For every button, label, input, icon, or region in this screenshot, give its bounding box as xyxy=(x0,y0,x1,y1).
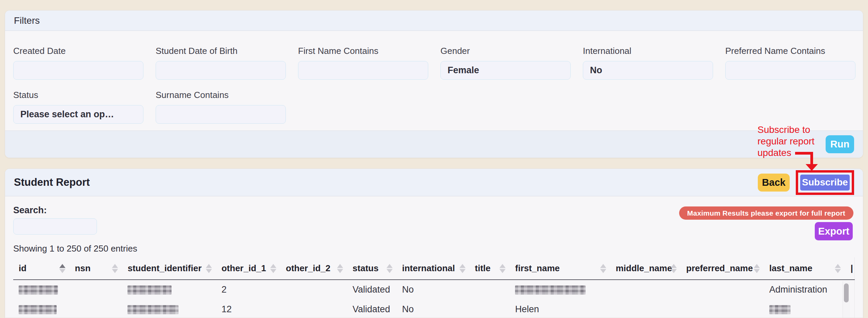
cell-id xyxy=(13,299,70,318)
redacted-value xyxy=(127,285,172,295)
sort-icon xyxy=(206,264,212,273)
filter-label: Surname Contains xyxy=(156,90,286,100)
filters-footer: Run xyxy=(5,131,863,158)
column-header-title[interactable]: title xyxy=(470,257,510,280)
annotation-arrow-head-icon xyxy=(806,164,818,171)
annotation-highlight-box: Subscribe xyxy=(796,170,854,195)
column-label: other_id_2 xyxy=(286,263,331,273)
column-label: other_id_1 xyxy=(221,263,266,273)
filter-field-international: InternationalNo xyxy=(583,46,713,80)
filter-select-gender[interactable]: Female xyxy=(440,61,571,80)
annotation-arrow-vertical xyxy=(810,152,813,165)
column-label: title xyxy=(475,263,491,273)
max-results-badge: Maximum Results please export for full r… xyxy=(679,206,853,220)
filter-select-international[interactable]: No xyxy=(583,61,713,80)
column-label: international xyxy=(402,263,455,273)
filter-label: Student Date of Birth xyxy=(156,46,286,56)
report-panel-header: Student Report Back Subscribe xyxy=(5,169,863,196)
student-report-panel: Student Report Back Subscribe Search: Ma… xyxy=(5,168,863,318)
table-scrollbar-thumb[interactable] xyxy=(844,283,849,302)
table-header-row: idnsnstudent_identifierother_id_1other_i… xyxy=(13,257,855,280)
column-label: first_name xyxy=(515,263,560,273)
cell-id xyxy=(13,280,70,299)
cell-other_id_2 xyxy=(280,299,347,318)
filter-label: Gender xyxy=(440,46,571,56)
filter-field-created-date: Created Date xyxy=(13,46,143,80)
cell-international: No xyxy=(397,299,470,318)
column-header-student_identifier[interactable]: student_identifier xyxy=(122,257,216,280)
filter-grid: Created DateStudent Date of BirthFirst N… xyxy=(13,39,855,124)
sort-icon xyxy=(835,264,841,273)
filter-field-student-date-of-birth: Student Date of Birth xyxy=(156,46,286,80)
sort-icon xyxy=(600,264,606,273)
cell-other_id_1: 2 xyxy=(216,280,280,299)
column-label: last_name xyxy=(769,263,812,273)
sort-icon xyxy=(112,264,118,273)
filter-input-created-date[interactable] xyxy=(13,61,143,80)
filter-input-preferred-name-contains[interactable] xyxy=(725,61,855,80)
filter-label: First Name Contains xyxy=(298,46,428,56)
sort-icon xyxy=(337,264,343,273)
column-header-status[interactable]: status xyxy=(347,257,397,280)
filters-panel-header: Filters xyxy=(5,11,863,31)
cell-student_identifier xyxy=(122,280,216,299)
column-label: preferred_name xyxy=(686,263,753,273)
annotation-text: Subscribe to regular report updates xyxy=(757,124,829,159)
filter-field-status: StatusPlease select an op… xyxy=(13,90,143,124)
cell-first_name: Helen xyxy=(510,299,610,318)
redacted-value xyxy=(769,305,790,314)
column-header-other_id_2[interactable]: other_id_2 xyxy=(280,257,347,280)
run-button[interactable]: Run xyxy=(826,135,854,153)
student-report-table: idnsnstudent_identifierother_id_1other_i… xyxy=(13,257,855,318)
column-header-next_partial: | xyxy=(845,257,854,280)
table-row: 12ValidatedNoHelen xyxy=(13,299,855,318)
column-header-international[interactable]: international xyxy=(397,257,470,280)
annotation-line-1: Subscribe to xyxy=(757,124,829,136)
column-header-id[interactable]: id xyxy=(13,257,70,280)
column-header-nsn[interactable]: nsn xyxy=(70,257,122,280)
column-header-other_id_1[interactable]: other_id_1 xyxy=(216,257,280,280)
column-label: status xyxy=(353,263,379,273)
redacted-value xyxy=(19,305,57,314)
report-body: Search: Maximum Results please export fo… xyxy=(5,196,863,318)
filters-panel: Filters Created DateStudent Date of Birt… xyxy=(5,10,863,158)
filter-input-first-name-contains[interactable] xyxy=(298,61,428,80)
filter-input-surname-contains[interactable] xyxy=(156,105,286,124)
cell-preferred_name xyxy=(681,299,764,318)
cell-other_id_2 xyxy=(280,280,347,299)
column-header-preferred_name[interactable]: preferred_name xyxy=(681,257,764,280)
page-title: Student Report xyxy=(14,176,90,188)
annotation-line-2: regular report xyxy=(757,136,829,147)
filter-label: International xyxy=(583,46,713,56)
filter-field-surname-contains: Surname Contains xyxy=(156,90,286,124)
export-button[interactable]: Export xyxy=(815,222,853,240)
subscribe-button[interactable]: Subscribe xyxy=(800,175,850,191)
sort-icon xyxy=(59,264,65,273)
sort-icon xyxy=(671,264,677,273)
cell-other_id_1: 12 xyxy=(216,299,280,318)
redacted-value xyxy=(127,305,178,314)
redacted-value xyxy=(515,285,586,295)
filter-select-status[interactable]: Please select an op… xyxy=(13,105,143,124)
column-label: student_identifier xyxy=(127,263,201,273)
cell-first_name xyxy=(510,280,610,299)
column-header-last_name[interactable]: last_name xyxy=(764,257,845,280)
search-input[interactable] xyxy=(13,218,97,235)
column-label: id xyxy=(19,263,26,273)
column-label: | xyxy=(850,263,853,273)
column-header-first_name[interactable]: first_name xyxy=(510,257,610,280)
column-label: middle_name xyxy=(616,263,672,273)
cell-nsn xyxy=(70,280,122,299)
filter-label: Created Date xyxy=(13,46,143,56)
back-button[interactable]: Back xyxy=(758,174,790,192)
filters-title: Filters xyxy=(14,15,40,26)
filter-input-student-date-of-birth[interactable] xyxy=(156,61,286,80)
cell-last_name: Administration xyxy=(764,280,845,299)
cell-middle_name xyxy=(610,280,681,299)
filter-field-first-name-contains: First Name Contains xyxy=(298,46,428,80)
column-header-middle_name[interactable]: middle_name xyxy=(610,257,681,280)
entries-count: Showing 1 to 250 of 250 entries xyxy=(13,243,855,254)
table-row: 2ValidatedNoAdministration xyxy=(13,280,855,299)
sort-icon xyxy=(459,264,466,273)
cell-nsn xyxy=(70,299,122,318)
